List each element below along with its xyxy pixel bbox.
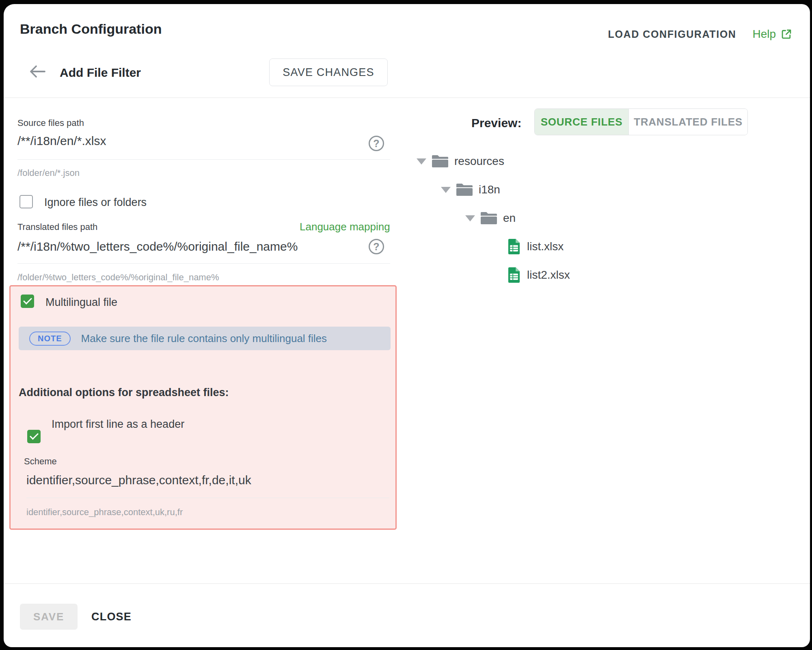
spreadsheet-file-icon <box>507 239 521 254</box>
save-button[interactable]: SAVE <box>20 604 78 630</box>
back-arrow-button[interactable] <box>28 64 47 79</box>
tree-row-en[interactable]: en <box>465 208 516 228</box>
preview-label: Preview: <box>471 116 521 130</box>
spreadsheet-options-heading: Additional options for spreadsheet files… <box>19 386 229 399</box>
close-button[interactable]: CLOSE <box>91 611 132 623</box>
import-first-line-label: Import first line as a header <box>52 418 184 431</box>
language-mapping-link[interactable]: Language mapping <box>300 221 390 233</box>
scheme-label: Scheme <box>24 456 57 467</box>
translated-files-path-label: Translated files path <box>17 222 97 232</box>
scheme-input-underline <box>26 498 389 498</box>
external-link-icon <box>781 28 792 40</box>
source-input-underline <box>17 159 390 160</box>
multilingual-file-label: Multilingual file <box>45 296 117 309</box>
header-divider <box>4 98 810 98</box>
tab-source-files[interactable]: SOURCE FILES <box>535 109 628 135</box>
page-title: Branch Configuration <box>20 21 162 37</box>
header-actions: LOAD CONFIGURATION Help <box>608 28 792 41</box>
multilingual-file-checkbox[interactable] <box>21 295 34 308</box>
preview-toggle: SOURCE FILES TRANSLATED FILES <box>534 108 748 135</box>
screen: Branch Configuration LOAD CONFIGURATION … <box>0 0 812 650</box>
source-files-path-input[interactable] <box>17 134 358 148</box>
tree-row-resources[interactable]: resources <box>417 151 504 171</box>
note-badge: NOTE <box>29 332 71 346</box>
tree-label: list.xlsx <box>527 240 564 253</box>
subpage-title: Add File Filter <box>60 66 141 80</box>
save-changes-button[interactable]: SAVE CHANGES <box>269 58 388 86</box>
help-link[interactable]: Help <box>752 28 792 41</box>
folder-icon <box>456 183 473 196</box>
folder-icon <box>481 212 497 225</box>
tree-label: en <box>503 212 516 225</box>
import-first-line-checkbox[interactable] <box>27 430 41 443</box>
scheme-input[interactable] <box>26 473 384 487</box>
caret-down-icon[interactable] <box>417 158 426 165</box>
tab-translated-files[interactable]: TRANSLATED FILES <box>628 109 747 135</box>
ignore-files-checkbox[interactable] <box>19 195 33 208</box>
source-path-help-icon[interactable]: ? <box>369 136 384 151</box>
tree-row-list-xlsx[interactable]: list.xlsx <box>507 236 564 257</box>
translated-path-help-icon[interactable]: ? <box>369 239 384 254</box>
branch-configuration-dialog: Branch Configuration LOAD CONFIGURATION … <box>4 4 810 647</box>
tree-label: i18n <box>479 183 500 196</box>
ignore-files-label: Ignore files or folders <box>44 196 147 209</box>
translated-files-path-input[interactable] <box>17 240 358 254</box>
spreadsheet-file-icon <box>507 267 521 283</box>
load-configuration-button[interactable]: LOAD CONFIGURATION <box>608 28 736 40</box>
footer-divider <box>4 583 810 584</box>
caret-down-icon[interactable] <box>465 215 475 221</box>
multilingual-highlight-box: Multilingual file NOTE Make sure the fil… <box>9 285 397 530</box>
tree-label: resources <box>454 155 504 168</box>
note-text: Make sure the file rule contains only mu… <box>81 332 327 345</box>
help-link-label: Help <box>752 28 776 41</box>
tree-label: list2.xlsx <box>527 269 570 282</box>
scheme-hint: identifier,source_phrase,context,uk,ru,f… <box>26 507 183 518</box>
tree-row-i18n[interactable]: i18n <box>441 180 500 200</box>
tree-row-list2-xlsx[interactable]: list2.xlsx <box>507 265 570 285</box>
translated-files-path-hint: /folder/%two_letters_code%/%original_fil… <box>17 272 219 283</box>
folder-icon <box>432 155 448 168</box>
caret-down-icon[interactable] <box>441 187 451 193</box>
source-files-path-label: Source files path <box>17 118 84 128</box>
source-files-path-hint: /folder/en/*.json <box>17 168 80 178</box>
note-banner: NOTE Make sure the file rule contains on… <box>19 327 391 350</box>
translated-input-underline <box>17 263 390 264</box>
